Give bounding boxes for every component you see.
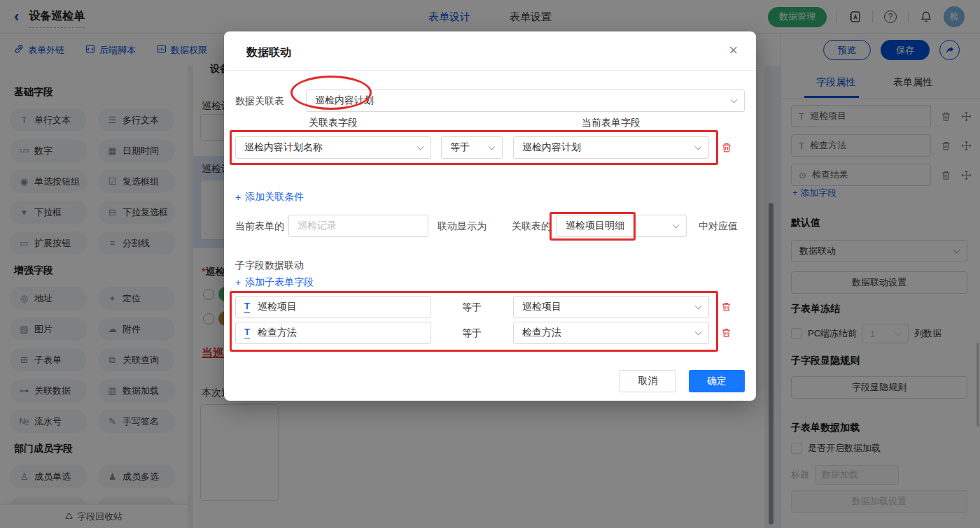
- display-suffix-label: 中对应值: [699, 215, 738, 237]
- relation-table-label: 数据关联表: [235, 90, 284, 112]
- text-field-icon: T: [244, 327, 250, 338]
- text-field-icon: T: [244, 301, 250, 312]
- delete-subfield-icon[interactable]: [721, 301, 732, 312]
- chevron-down-icon: [673, 222, 680, 229]
- subfield-value-select[interactable]: 巡检项目: [513, 296, 709, 318]
- add-condition-link[interactable]: + 添加关联条件: [235, 191, 304, 204]
- display-field-input[interactable]: 巡检记录: [288, 215, 428, 237]
- subfield-operator-label: 等于: [462, 296, 482, 318]
- condition-form-field-select[interactable]: 巡检内容计划: [513, 136, 709, 159]
- condition-field-select[interactable]: 巡检内容计划名称: [235, 136, 431, 159]
- close-icon[interactable]: ×: [729, 43, 738, 58]
- display-table-field-select[interactable]: 巡检项目明细: [556, 215, 687, 237]
- condition-operator-select[interactable]: 等于: [441, 136, 503, 159]
- subfield-section-label: 子字段数据联动: [235, 254, 304, 276]
- subfield-operator-label: 等于: [462, 322, 482, 344]
- chevron-down-icon: [695, 303, 702, 310]
- relation-table-select[interactable]: 巡检内容计划: [306, 90, 745, 112]
- col-header-relation-field: 关联表字段: [235, 117, 431, 129]
- subfield-value-select[interactable]: 检查方法: [513, 322, 709, 344]
- cancel-button[interactable]: 取消: [620, 370, 676, 392]
- display-prefix-label: 当前表单的: [235, 215, 284, 237]
- chevron-down-icon: [489, 143, 496, 150]
- divider: [224, 70, 756, 71]
- display-middle-label: 联动显示为: [438, 215, 486, 237]
- chevron-down-icon: [695, 329, 702, 336]
- subfield-name-box[interactable]: T检查方法: [235, 322, 431, 344]
- display-table-prefix-label: 关联表的: [512, 215, 551, 237]
- col-header-form-field: 当前表单字段: [513, 117, 709, 129]
- delete-condition-icon[interactable]: [721, 142, 732, 153]
- delete-subfield-icon[interactable]: [721, 327, 732, 338]
- chevron-down-icon: [731, 97, 738, 104]
- add-subfield-link[interactable]: + 添加子表单字段: [235, 276, 314, 289]
- modal-title: 数据联动: [246, 45, 291, 60]
- subfield-name-box[interactable]: T巡检项目: [235, 296, 431, 318]
- confirm-button[interactable]: 确定: [689, 370, 745, 392]
- app-screen: ‹ 设备巡检单 表单设计 表单设置 数据管理 ? 检: [0, 0, 980, 528]
- chevron-down-icon: [695, 143, 702, 150]
- chevron-down-icon: [417, 143, 424, 150]
- data-linkage-modal: 数据联动 × 数据关联表 巡检内容计划 关联表字段 当前表单字段 巡检内容计划名…: [224, 31, 756, 401]
